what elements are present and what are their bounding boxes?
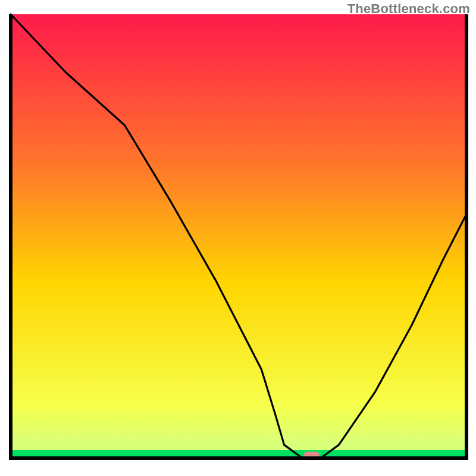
attribution-label: TheBottleneck.com — [347, 1, 470, 17]
plot-area — [11, 14, 466, 460]
gradient-background — [11, 14, 466, 458]
bottleneck-chart — [0, 0, 476, 476]
chart-container: TheBottleneck.com — [0, 0, 476, 476]
